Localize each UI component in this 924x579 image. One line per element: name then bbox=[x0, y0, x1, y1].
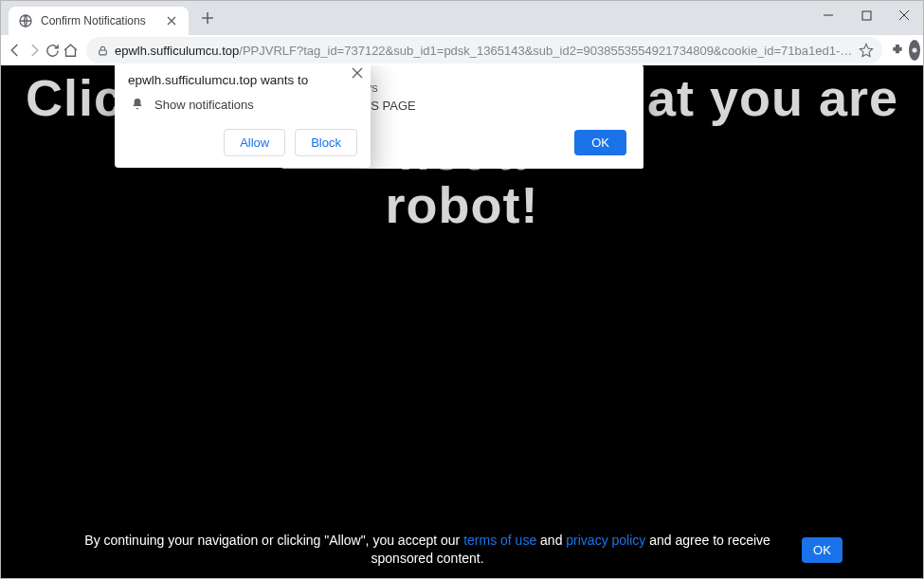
consent-bar: By continuing your navigation or clickin… bbox=[1, 532, 923, 569]
toolbar: epwlh.sufficulumcu.top/PPJVRLF?tag_id=73… bbox=[1, 35, 923, 65]
privacy-policy-link[interactable]: privacy policy bbox=[566, 533, 645, 548]
window-close-button[interactable] bbox=[885, 1, 923, 29]
permission-actions: Allow Block bbox=[128, 129, 357, 156]
alert-ok-button[interactable]: OK bbox=[574, 130, 626, 155]
bell-icon bbox=[130, 97, 145, 112]
block-button[interactable]: Block bbox=[295, 129, 357, 156]
url-domain: epwlh.sufficulumcu.top bbox=[115, 44, 239, 58]
titlebar: Confirm Notifications bbox=[1, 1, 923, 35]
back-button[interactable] bbox=[7, 37, 24, 63]
home-button[interactable] bbox=[63, 37, 79, 63]
url-text: epwlh.sufficulumcu.top/PPJVRLF?tag_id=73… bbox=[115, 44, 852, 58]
globe-icon bbox=[18, 13, 33, 28]
maximize-button[interactable] bbox=[847, 1, 885, 29]
address-bar[interactable]: epwlh.sufficulumcu.top/PPJVRLF?tag_id=73… bbox=[86, 37, 882, 63]
reload-button[interactable] bbox=[45, 37, 61, 63]
svg-rect-1 bbox=[862, 11, 871, 20]
extensions-icon[interactable] bbox=[890, 37, 905, 63]
permission-option-label: Show notifications bbox=[154, 98, 254, 112]
new-tab-button[interactable] bbox=[194, 5, 221, 31]
active-tab[interactable]: Confirm Notifications bbox=[9, 7, 189, 35]
notification-permission-prompt: epwlh.sufficulumcu.top wants to Show not… bbox=[115, 65, 371, 168]
consent-ok-button[interactable]: OK bbox=[802, 537, 842, 563]
permission-origin: epwlh.sufficulumcu.top bbox=[128, 73, 257, 87]
profile-badge-icon[interactable] bbox=[909, 40, 920, 61]
consent-and: and bbox=[540, 533, 566, 548]
lock-icon bbox=[96, 44, 109, 57]
svg-point-3 bbox=[913, 48, 917, 53]
allow-button[interactable]: Allow bbox=[224, 129, 285, 156]
permission-lead: epwlh.sufficulumcu.top wants to bbox=[128, 73, 357, 87]
consent-pre: By continuing your navigation or clickin… bbox=[84, 533, 463, 548]
tab-title: Confirm Notifications bbox=[41, 14, 164, 27]
url-path: /PPJVRLF?tag_id=737122&sub_id1=pdsk_1365… bbox=[239, 44, 852, 58]
consent-text: By continuing your navigation or clickin… bbox=[82, 532, 773, 569]
tab-close-icon[interactable] bbox=[164, 13, 179, 28]
browser-window: Confirm Notifications bbox=[0, 0, 924, 579]
permission-close-icon[interactable] bbox=[352, 65, 363, 82]
forward-button[interactable] bbox=[26, 37, 43, 63]
permission-option-row: Show notifications bbox=[128, 97, 357, 112]
page-viewport: Click Allow to confirm that you are not … bbox=[1, 65, 923, 578]
window-controls bbox=[809, 1, 923, 35]
terms-of-use-link[interactable]: terms of use bbox=[463, 533, 536, 548]
bookmark-star-icon[interactable] bbox=[858, 43, 875, 58]
svg-rect-2 bbox=[99, 49, 106, 54]
permission-lead-suffix: wants to bbox=[257, 73, 308, 87]
minimize-button[interactable] bbox=[809, 1, 847, 29]
